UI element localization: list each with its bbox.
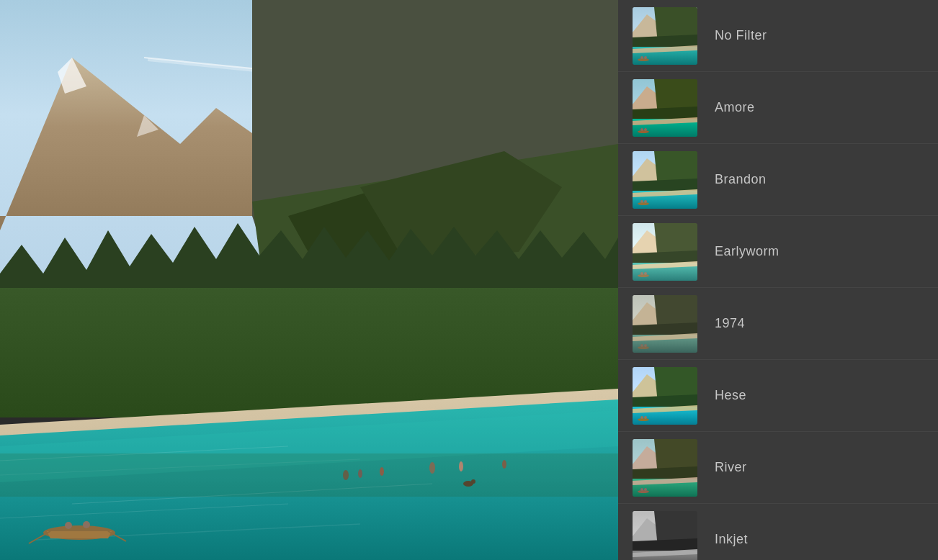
svg-point-95 — [638, 490, 649, 493]
svg-point-77 — [638, 346, 649, 349]
filter-item-river[interactable]: River — [618, 432, 938, 504]
svg-rect-34 — [0, 453, 618, 497]
svg-point-69 — [640, 272, 643, 275]
svg-point-87 — [640, 416, 643, 419]
filter-thumbnail-no-filter — [633, 7, 697, 65]
filter-item-brandon[interactable]: Brandon — [618, 144, 938, 216]
svg-point-60 — [640, 200, 643, 203]
filter-item-1974[interactable]: 1974 — [618, 288, 938, 360]
svg-point-43 — [644, 56, 647, 59]
filter-thumbnail-brandon — [633, 151, 697, 209]
svg-point-97 — [644, 488, 647, 491]
svg-point-52 — [644, 128, 647, 131]
filter-item-earlyworm[interactable]: Earlyworm — [618, 216, 938, 288]
filter-thumbnail-inkjet — [633, 511, 697, 561]
svg-point-21 — [65, 522, 72, 529]
svg-point-22 — [83, 521, 90, 528]
svg-point-88 — [644, 416, 647, 419]
svg-point-42 — [640, 56, 643, 59]
svg-point-68 — [638, 274, 649, 277]
filter-item-no-filter[interactable]: No Filter — [618, 0, 938, 72]
filter-thumbnail-amore — [633, 79, 697, 137]
filter-item-inkjet[interactable]: Inkjet — [618, 504, 938, 560]
filter-item-amore[interactable]: Amore — [618, 72, 938, 144]
svg-marker-20 — [47, 531, 112, 538]
svg-point-41 — [638, 58, 649, 61]
svg-point-59 — [638, 202, 649, 205]
svg-point-50 — [638, 130, 649, 133]
svg-point-79 — [644, 344, 647, 347]
svg-point-70 — [644, 272, 647, 275]
main-photo — [0, 0, 618, 560]
filter-name-inkjet: Inkjet — [715, 532, 748, 547]
filter-thumbnail-1974 — [633, 295, 697, 353]
filter-name-river: River — [715, 460, 747, 475]
filter-thumbnail-earlyworm — [633, 223, 697, 281]
filter-name-amore: Amore — [715, 100, 755, 115]
svg-point-86 — [638, 418, 649, 421]
filter-name-1974: 1974 — [715, 316, 745, 331]
svg-point-51 — [640, 128, 643, 131]
filter-name-earlyworm: Earlyworm — [715, 244, 780, 259]
filter-name-no-filter: No Filter — [715, 28, 767, 43]
filter-name-brandon: Brandon — [715, 172, 767, 187]
filter-thumbnail-river — [633, 439, 697, 497]
svg-point-96 — [640, 488, 643, 491]
filter-name-hese: Hese — [715, 388, 746, 403]
filter-thumbnail-hese — [633, 367, 697, 425]
svg-point-61 — [644, 200, 647, 203]
filter-panel: No Filter — [618, 0, 938, 560]
filter-item-hese[interactable]: Hese — [618, 360, 938, 432]
svg-point-78 — [640, 344, 643, 347]
